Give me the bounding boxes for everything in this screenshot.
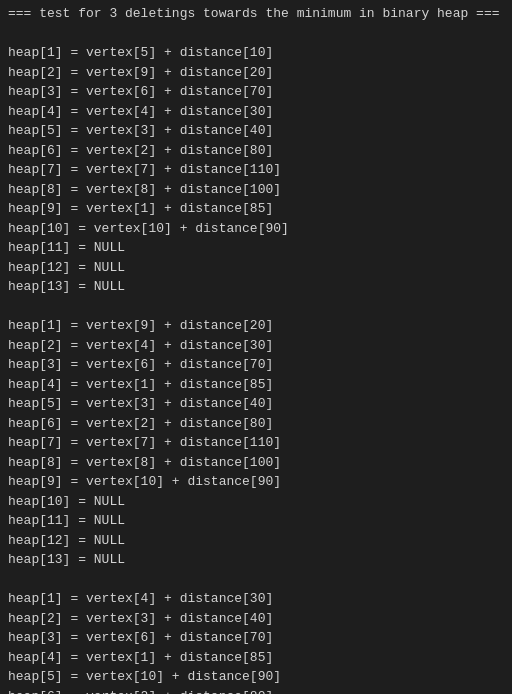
section-1-line-12: heap[12] = NULL [8,258,504,278]
section-1-line-11: heap[11] = NULL [8,238,504,258]
section-1-line-3: heap[3] = vertex[6] + distance[70] [8,82,504,102]
section-2-line-10: heap[10] = NULL [8,492,504,512]
header-line: === test for 3 deletings towards the min… [8,4,504,24]
section-2-line-4: heap[4] = vertex[1] + distance[85] [8,375,504,395]
blank-spacer-1 [8,297,504,317]
section-3-line-1: heap[1] = vertex[4] + distance[30] [8,589,504,609]
section-1-line-9: heap[9] = vertex[1] + distance[85] [8,199,504,219]
section-2-line-3: heap[3] = vertex[6] + distance[70] [8,355,504,375]
section-1-line-13: heap[13] = NULL [8,277,504,297]
section-3-line-5: heap[5] = vertex[10] + distance[90] [8,667,504,687]
section-1-line-10: heap[10] = vertex[10] + distance[90] [8,219,504,239]
section-1-line-5: heap[5] = vertex[3] + distance[40] [8,121,504,141]
section-1-line-2: heap[2] = vertex[9] + distance[20] [8,63,504,83]
section-3-line-4: heap[4] = vertex[1] + distance[85] [8,648,504,668]
section-1-line-4: heap[4] = vertex[4] + distance[30] [8,102,504,122]
section-3: heap[1] = vertex[4] + distance[30]heap[2… [8,589,504,694]
section-1-line-6: heap[6] = vertex[2] + distance[80] [8,141,504,161]
section-2-line-5: heap[5] = vertex[3] + distance[40] [8,394,504,414]
section-1-line-8: heap[8] = vertex[8] + distance[100] [8,180,504,200]
section-2-line-9: heap[9] = vertex[10] + distance[90] [8,472,504,492]
section-3-line-3: heap[3] = vertex[6] + distance[70] [8,628,504,648]
section-2-line-6: heap[6] = vertex[2] + distance[80] [8,414,504,434]
section-2-line-12: heap[12] = NULL [8,531,504,551]
section-2-line-8: heap[8] = vertex[8] + distance[100] [8,453,504,473]
section-2-line-2: heap[2] = vertex[4] + distance[30] [8,336,504,356]
section-1-line-1: heap[1] = vertex[5] + distance[10] [8,43,504,63]
section-2-line-11: heap[11] = NULL [8,511,504,531]
section-2-line-13: heap[13] = NULL [8,550,504,570]
section-1: heap[1] = vertex[5] + distance[10]heap[2… [8,43,504,297]
blank-spacer-2 [8,570,504,590]
section-2: heap[1] = vertex[9] + distance[20]heap[2… [8,316,504,570]
blank-spacer-0 [8,24,504,44]
section-2-line-7: heap[7] = vertex[7] + distance[110] [8,433,504,453]
section-2-line-1: heap[1] = vertex[9] + distance[20] [8,316,504,336]
section-1-line-7: heap[7] = vertex[7] + distance[110] [8,160,504,180]
section-3-line-2: heap[2] = vertex[3] + distance[40] [8,609,504,629]
section-3-line-6: heap[6] = vertex[2] + distance[80] [8,687,504,695]
